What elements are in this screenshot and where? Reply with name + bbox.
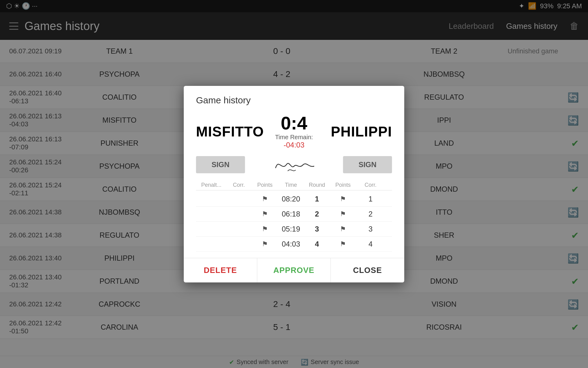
delete-button[interactable]: DELETE [184,258,257,282]
sign-left-button[interactable]: SIGN [196,156,245,173]
gd-flag-left: ⚑ [251,225,279,233]
flag-icon: ⚑ [340,240,346,248]
col-penalt-left: Penalt... [196,182,227,188]
game-detail-row: ⚑ 05:19 3 ⚑ 3 [196,222,392,237]
modal-footer: DELETE APPROVE CLOSE [184,258,404,282]
col-points-right: Points [331,182,355,188]
gd-points-right: 2 [355,210,386,218]
flag-icon: ⚑ [262,195,268,203]
gd-flag-left: ⚑ [251,195,279,203]
gd-points-right: 1 [355,195,386,203]
time-remain-value: -04:03 [284,141,304,149]
flag-icon: ⚑ [340,210,346,218]
game-detail-row: ⚑ 06:18 2 ⚑ 2 [196,207,392,222]
approve-button[interactable]: APPROVE [257,258,331,282]
gd-flag-right: ⚑ [331,225,355,233]
score-value: 0:4 [281,114,307,132]
flag-icon: ⚑ [262,225,268,233]
gd-round: 4 [303,240,331,248]
gd-round: 1 [303,195,331,203]
flag-icon: ⚑ [340,225,346,233]
close-button[interactable]: CLOSE [331,258,404,282]
gd-time: 08:20 [279,195,303,203]
team1-name: MISFITTO [196,123,272,140]
game-history-modal: Game history MISFITTO 0:4 Time Remain: -… [184,86,404,282]
sign-left-container: SIGN [196,156,266,173]
team2-name: PHILIPPI [316,123,392,140]
score-header: MISFITTO 0:4 Time Remain: -04:03 PHILIPP… [196,114,392,149]
modal-overlay: Game history MISFITTO 0:4 Time Remain: -… [0,0,588,368]
game-detail-row: ⚑ 04:03 4 ⚑ 4 [196,237,392,252]
col-time: Time [279,182,303,188]
gd-points-right: 4 [355,240,386,248]
gd-time: 06:18 [279,210,303,218]
gd-flag-right: ⚑ [331,240,355,248]
col-corr-right: Corr. [355,182,386,188]
signature-area [270,155,318,174]
gd-flag-right: ⚑ [331,210,355,218]
gd-time: 04:03 [279,240,303,248]
game-detail-row: ⚑ 08:20 1 ⚑ 1 [196,192,392,207]
modal-body: Game history MISFITTO 0:4 Time Remain: -… [184,86,404,258]
signature-svg [270,155,318,174]
sign-right-container: SIGN [322,156,392,173]
game-table-header: Penalt... Corr. Points Time Round Points… [196,180,392,190]
gd-time: 05:19 [279,225,303,233]
col-round: Round [303,182,331,188]
flag-icon: ⚑ [340,195,346,203]
gd-round: 2 [303,210,331,218]
gd-round: 3 [303,225,331,233]
sign-right-button[interactable]: SIGN [343,156,392,173]
gd-flag-left: ⚑ [251,210,279,218]
gd-points-right: 3 [355,225,386,233]
time-remain-label: Time Remain: [275,134,313,141]
flag-icon: ⚑ [262,210,268,218]
modal-title: Game history [196,95,392,105]
col-points-left: Points [251,182,279,188]
score-center: 0:4 Time Remain: -04:03 [275,114,313,149]
col-corr-left: Corr. [227,182,251,188]
sign-row: SIGN SIGN [196,155,392,174]
flag-icon: ⚑ [262,240,268,248]
gd-flag-left: ⚑ [251,240,279,248]
gd-flag-right: ⚑ [331,195,355,203]
